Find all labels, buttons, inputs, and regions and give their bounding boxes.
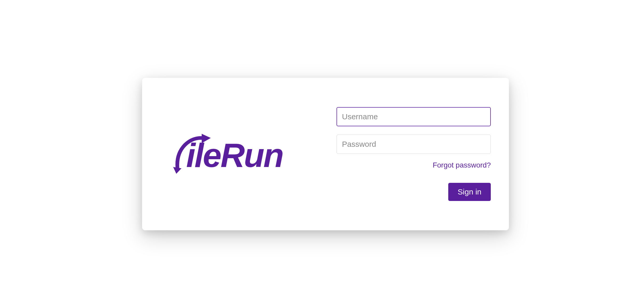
logo-section: ileRun [163, 131, 324, 177]
filerun-logo: ileRun [171, 131, 316, 177]
forgot-password-row: Forgot password? [337, 161, 491, 169]
login-card: ileRun Forgot password? Sign in [142, 78, 509, 230]
svg-text:ileRun: ileRun [186, 136, 283, 174]
signin-button[interactable]: Sign in [448, 183, 491, 201]
forgot-password-link[interactable]: Forgot password? [433, 161, 491, 169]
password-input[interactable] [337, 135, 491, 154]
login-form: Forgot password? Sign in [324, 107, 493, 201]
username-input[interactable] [337, 107, 491, 126]
button-row: Sign in [337, 183, 491, 201]
